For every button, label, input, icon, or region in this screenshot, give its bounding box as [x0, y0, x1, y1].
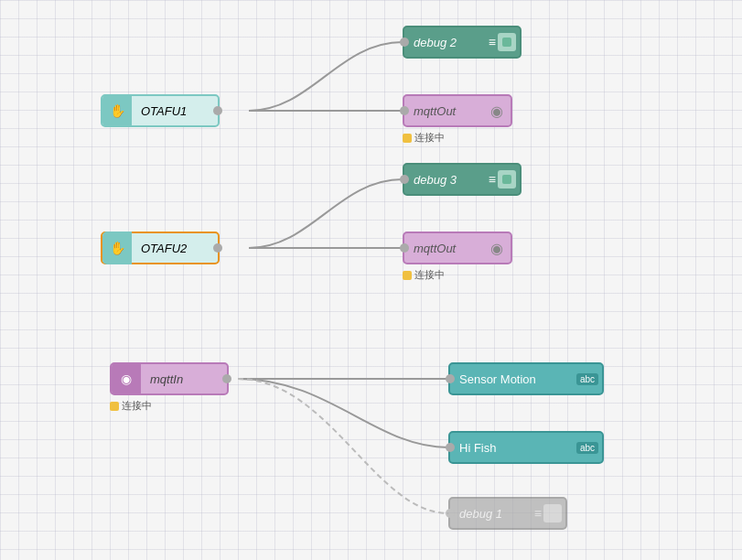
mqttout1-status-text: 连接中	[414, 131, 445, 145]
debug1-node[interactable]: debug 1 ≡	[448, 497, 567, 530]
debug3-menu-icon[interactable]: ≡	[489, 172, 496, 187]
mqttin-status-text: 连接中	[122, 399, 152, 413]
sensor-motion-port-left[interactable]	[446, 374, 455, 383]
mqttout2-wave-icon: ◉	[490, 240, 511, 257]
mqttout1-label: mqttOut	[404, 104, 490, 118]
debug2-label: debug 2	[404, 36, 489, 49]
otafu1-icon: ✋	[102, 94, 132, 127]
sensor-motion-node[interactable]: Sensor Motion abc	[448, 362, 604, 395]
hi-fish-node[interactable]: Hi Fish abc	[448, 431, 604, 464]
debug2-node[interactable]: debug 2 ≡	[403, 26, 522, 59]
hi-fish-label: Hi Fish	[450, 441, 576, 455]
debug1-menu-icon[interactable]: ≡	[534, 506, 542, 521]
mqttout2-status-text: 连接中	[414, 268, 445, 282]
debug3-dot	[502, 175, 511, 184]
mqttout1-status-dot	[403, 134, 412, 143]
mqttout1-status: 连接中	[403, 131, 445, 145]
hi-fish-port-left[interactable]	[446, 443, 455, 452]
mqttin-label: mqttIn	[141, 372, 227, 386]
sensor-motion-label: Sensor Motion	[450, 372, 576, 386]
mqttout2-status: 连接中	[403, 268, 445, 282]
debug3-indicator	[498, 170, 516, 188]
debug2-dot	[502, 38, 511, 47]
mqttin-icon: ◉	[112, 362, 141, 395]
mqttout2-node[interactable]: mqttOut ◉	[403, 232, 512, 264]
debug3-label: debug 3	[404, 173, 489, 187]
debug3-inner: debug 3 ≡	[404, 170, 520, 188]
mqttin-status-dot	[110, 402, 119, 411]
otafu2-node[interactable]: ✋ OTAFU2	[101, 232, 220, 264]
debug2-indicator	[498, 33, 516, 51]
otafu2-icon: ✋	[102, 232, 132, 264]
mqttout2-label: mqttOut	[404, 242, 490, 255]
debug1-port-left[interactable]	[446, 509, 455, 518]
mqttout2-status-dot	[403, 271, 412, 280]
debug1-inner: debug 1 ≡	[450, 504, 565, 522]
otafu1-label: OTAFU1	[132, 104, 196, 118]
hi-fish-badge: abc	[576, 442, 598, 454]
debug1-indicator	[543, 504, 562, 522]
mqttin-status: 连接中	[110, 399, 152, 413]
mqttout1-port-left[interactable]	[400, 106, 409, 115]
otafu1-port-right[interactable]	[213, 106, 222, 115]
mqttin-node[interactable]: ◉ mqttIn	[110, 362, 229, 395]
otafu2-label: OTAFU2	[132, 242, 196, 255]
debug2-menu-icon[interactable]: ≡	[489, 35, 496, 49]
mqttout1-wave-icon: ◉	[490, 102, 511, 120]
debug3-node[interactable]: debug 3 ≡	[403, 163, 522, 196]
wire-layer	[0, 0, 742, 560]
sensor-motion-badge: abc	[576, 373, 598, 385]
mqttout1-node[interactable]: mqttOut ◉	[403, 94, 512, 127]
mqttout2-port-left[interactable]	[400, 243, 409, 253]
otafu2-port-right[interactable]	[213, 243, 222, 253]
otafu1-node[interactable]: ✋ OTAFU1	[101, 94, 220, 127]
debug2-port-left[interactable]	[400, 38, 409, 47]
debug2-inner: debug 2 ≡	[404, 33, 520, 51]
debug3-port-left[interactable]	[400, 175, 409, 184]
mqttin-port-right[interactable]	[222, 374, 231, 383]
debug1-label: debug 1	[450, 507, 534, 521]
